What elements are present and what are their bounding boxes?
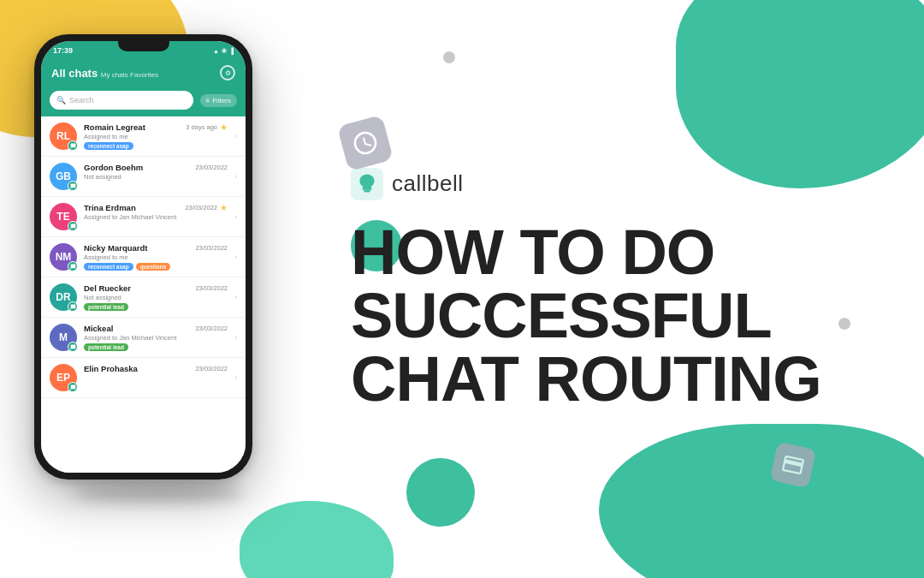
chat-time: 23/03/2022 — [195, 325, 228, 332]
phone-mockup: 17:39 ▲ ◉ ▐ All chats My chats Favorites… — [34, 34, 282, 502]
avatar-badge — [68, 261, 78, 271]
headline-line3: CHAT ROUTING — [351, 348, 873, 411]
avatar-badge — [68, 301, 78, 312]
chat-assign: Assigned to me — [84, 253, 228, 261]
callbell-logo-icon — [351, 168, 383, 200]
chat-tag: questions — [136, 263, 171, 271]
chat-list-item[interactable]: NM Nicky Marquardt 23/03/2022 Assigned t… — [41, 237, 246, 277]
chevron-right-icon: › — [234, 293, 237, 301]
header-title-area: All chats My chats Favorites — [51, 67, 158, 80]
headline-line1: HOW TO DO — [351, 221, 873, 284]
chevron-right-icon: › — [234, 212, 237, 221]
chat-time: 23/03/2022 — [195, 244, 228, 252]
avatar: NM — [50, 243, 77, 271]
chat-assign: Assigned to Jan Michael Vincent — [84, 213, 228, 221]
chat-tags: reconnect asapquestions — [84, 263, 228, 271]
chat-time: 23/03/2022 — [185, 204, 217, 212]
chat-list-item[interactable]: M Mickeal 23/03/2022 Assigned to Jan Mic… — [41, 318, 246, 358]
chevron-right-icon: › — [234, 253, 237, 261]
avatar-badge — [68, 181, 78, 191]
headline-line2: SUCCESSFUL — [351, 284, 873, 348]
chat-meta: 23/03/2022 — [195, 284, 228, 292]
chat-meta: 23/03/2022 — [195, 244, 228, 252]
chat-name-row: Del Ruecker 23/03/2022 — [84, 283, 228, 293]
chat-meta: 3 days ago ★ — [186, 122, 228, 132]
chat-meta: 23/03/2022 ★ — [185, 203, 228, 212]
chat-name-row: Elin Prohaska 23/03/2022 — [84, 364, 228, 373]
phone-header: All chats My chats Favorites ⚙ — [41, 60, 246, 87]
battery-icon: ▐ — [229, 48, 234, 54]
chat-assign: Not assigned — [84, 173, 228, 181]
headline: HOW TO DO SUCCESSFUL CHAT ROUTING — [351, 221, 873, 411]
chat-list-item[interactable]: GB Gordon Boehm 23/03/2022 Not assigned … — [41, 157, 246, 197]
search-input[interactable]: 🔍 Search — [50, 91, 193, 110]
search-icon: 🔍 — [56, 96, 66, 104]
chat-meta: 23/03/2022 — [195, 164, 228, 171]
filter-button[interactable]: ≡ Filters — [200, 94, 237, 107]
chat-info: Romain Legreat 3 days ago ★ Assigned to … — [84, 122, 228, 150]
avatar: GB — [50, 163, 77, 190]
chat-name: Trina Erdman — [84, 203, 136, 212]
chat-time: 3 days ago — [186, 123, 217, 131]
chat-tags: potential lead — [84, 343, 228, 351]
settings-icon[interactable]: ⚙ — [220, 65, 235, 80]
chat-meta: 23/03/2022 — [195, 365, 228, 372]
chat-name-row: Trina Erdman 23/03/2022 ★ — [84, 203, 228, 212]
chat-list-item[interactable]: TE Trina Erdman 23/03/2022 ★ Assigned to… — [41, 197, 246, 237]
svg-rect-1 — [364, 189, 370, 192]
chevron-right-icon: › — [234, 333, 237, 342]
chat-assign: Assigned to me — [84, 133, 228, 140]
chat-list: RL Romain Legreat 3 days ago ★ Assigned … — [41, 116, 246, 473]
chat-tags: potential lead — [84, 303, 228, 311]
phone-notch — [118, 41, 169, 51]
chat-name: Elin Prohaska — [84, 364, 138, 373]
phone-shadow — [73, 485, 244, 502]
chat-tag: reconnect asap — [84, 263, 133, 271]
star-icon: ★ — [220, 122, 228, 132]
wifi-icon: ◉ — [222, 47, 227, 54]
avatar: RL — [50, 122, 77, 150]
chat-list-item[interactable]: RL Romain Legreat 3 days ago ★ Assigned … — [41, 116, 246, 157]
status-time: 17:39 — [53, 46, 73, 55]
chat-info: Trina Erdman 23/03/2022 ★ Assigned to Ja… — [84, 203, 228, 221]
chat-list-item[interactable]: EP Elin Prohaska 23/03/2022 › — [41, 358, 246, 398]
avatar-badge — [68, 382, 78, 392]
chat-list-item[interactable]: DR Del Ruecker 23/03/2022 Not assigned p… — [41, 277, 246, 318]
avatar-badge — [68, 342, 78, 352]
chat-tag: reconnect asap — [84, 142, 133, 150]
avatar: EP — [50, 364, 77, 391]
chat-assign: Not assigned — [84, 294, 228, 301]
star-icon: ★ — [220, 203, 228, 212]
avatar: DR — [50, 283, 77, 311]
chat-info: Del Ruecker 23/03/2022 Not assigned pote… — [84, 283, 228, 311]
brand-name: callbell — [392, 170, 464, 197]
chat-tag: potential lead — [84, 303, 128, 311]
filter-label: Filters — [212, 97, 231, 104]
phone-search-bar: 🔍 Search ≡ Filters — [41, 87, 246, 116]
chat-tag: potential lead — [84, 343, 128, 351]
chat-meta: 23/03/2022 — [195, 325, 228, 332]
header-main-title: All chats My chats Favorites — [51, 67, 158, 80]
avatar: TE — [50, 203, 77, 230]
status-icons: ▲ ◉ ▐ — [213, 47, 234, 54]
chat-name: Gordon Boehm — [84, 163, 143, 172]
chat-time: 23/03/2022 — [195, 365, 228, 372]
chat-name-row: Romain Legreat 3 days ago ★ — [84, 122, 228, 132]
search-placeholder: Search — [69, 96, 94, 104]
chat-name-row: Gordon Boehm 23/03/2022 — [84, 163, 228, 172]
phone-frame: 17:39 ▲ ◉ ▐ All chats My chats Favorites… — [34, 34, 252, 480]
avatar-badge — [68, 221, 78, 231]
chat-name-row: Mickeal 23/03/2022 — [84, 324, 228, 333]
chat-time: 23/03/2022 — [195, 164, 228, 171]
chat-info: Elin Prohaska 23/03/2022 — [84, 364, 228, 373]
chat-tags: reconnect asap — [84, 142, 228, 150]
chevron-right-icon: › — [234, 132, 237, 140]
chat-info: Nicky Marquardt 23/03/2022 Assigned to m… — [84, 243, 228, 271]
chat-name: Del Ruecker — [84, 283, 131, 293]
chevron-right-icon: › — [234, 373, 237, 382]
chat-assign: Assigned to Jan Michael Vincent — [84, 334, 228, 342]
chat-name: Nicky Marquardt — [84, 243, 147, 253]
chat-name: Romain Legreat — [84, 122, 145, 132]
avatar: M — [50, 324, 77, 351]
phone-screen: 17:39 ▲ ◉ ▐ All chats My chats Favorites… — [41, 41, 246, 473]
